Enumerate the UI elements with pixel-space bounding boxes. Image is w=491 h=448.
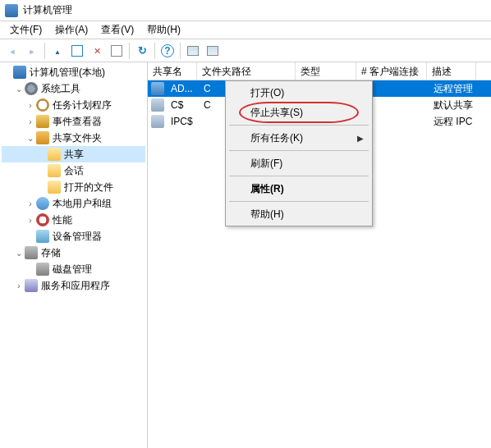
event-icon xyxy=(36,115,49,128)
sheet-icon xyxy=(71,45,83,57)
col-header-type[interactable]: 类型 xyxy=(296,62,356,80)
expander-icon[interactable]: › xyxy=(13,281,25,290)
tree-eventviewer[interactable]: ›事件查看器 xyxy=(2,113,145,130)
content-area: 计算机管理(本地) ⌄系统工具 ›任务计划程序 ›事件查看器 ⌄共享文件夹 共享… xyxy=(0,62,491,448)
tree-systools[interactable]: ⌄系统工具 xyxy=(2,80,145,97)
ctx-open[interactable]: 打开(O) xyxy=(227,83,370,103)
cell-name: AD... xyxy=(166,81,199,96)
title-bar: 计算机管理 xyxy=(0,0,491,21)
col-header-name[interactable]: 共享名 xyxy=(148,62,197,80)
ctx-label: 刷新(F) xyxy=(250,157,282,171)
window-button-1[interactable] xyxy=(184,42,202,60)
show-hide-button[interactable] xyxy=(68,42,86,60)
cell-desc: 远程 IPC xyxy=(429,113,478,130)
ctx-label: 停止共享(S) xyxy=(250,106,303,120)
tree-localusers[interactable]: ›本地用户和组 xyxy=(2,195,145,212)
ctx-label: 所有任务(K) xyxy=(250,131,303,145)
properties-icon xyxy=(111,45,122,57)
list-header: 共享名 文件夹路径 类型 # 客户端连接 描述 xyxy=(148,62,491,80)
expander-icon[interactable]: › xyxy=(25,117,36,126)
toolbar-separator xyxy=(129,43,130,59)
tree-diskmgmt[interactable]: 磁盘管理 xyxy=(2,261,145,277)
tree-label: 设备管理器 xyxy=(53,230,102,244)
tree-label: 性能 xyxy=(53,213,72,227)
tree-services[interactable]: ›服务和应用程序 xyxy=(2,277,145,294)
ctx-help[interactable]: 帮助(H) xyxy=(227,204,370,224)
share-icon xyxy=(36,131,49,144)
ctx-label: 属性(R) xyxy=(250,182,284,196)
ctx-refresh[interactable]: 刷新(F) xyxy=(227,153,370,173)
properties-button[interactable] xyxy=(108,42,126,60)
expander-icon[interactable]: › xyxy=(25,216,36,225)
tree-label: 服务和应用程序 xyxy=(41,279,110,293)
help-icon xyxy=(161,44,174,57)
chevron-right-icon: ▶ xyxy=(357,134,364,143)
menu-view[interactable]: 查看(V) xyxy=(94,21,140,39)
ctx-properties[interactable]: 属性(R) xyxy=(227,179,370,199)
col-header-path[interactable]: 文件夹路径 xyxy=(197,62,296,80)
tree-label: 存储 xyxy=(41,246,61,260)
expander-icon[interactable]: › xyxy=(25,101,36,110)
perf-icon xyxy=(36,213,49,226)
ctx-separator xyxy=(229,201,369,202)
back-button[interactable] xyxy=(3,42,21,60)
ctx-label: 帮助(H) xyxy=(250,208,284,222)
tree-sessions[interactable]: 会话 xyxy=(2,162,145,179)
tree-label: 会话 xyxy=(64,164,84,178)
tree-openfiles[interactable]: 打开的文件 xyxy=(2,179,145,195)
cell-name: IPC$ xyxy=(166,114,199,129)
tree-storage[interactable]: ⌄存储 xyxy=(2,245,145,261)
folder-icon xyxy=(48,148,61,161)
refresh-icon xyxy=(138,44,147,57)
col-header-desc[interactable]: 描述 xyxy=(427,62,476,80)
share-item-icon xyxy=(151,82,164,95)
tree-sharedfolders[interactable]: ⌄共享文件夹 xyxy=(2,130,145,146)
expander-icon[interactable]: › xyxy=(25,199,36,208)
ctx-separator xyxy=(229,150,369,151)
tree-label: 打开的文件 xyxy=(64,181,113,194)
forward-button[interactable] xyxy=(23,42,41,60)
storage-icon xyxy=(25,246,38,259)
expander-icon[interactable]: ⌄ xyxy=(25,134,36,143)
expander-icon[interactable]: ⌄ xyxy=(13,249,25,258)
menu-help[interactable]: 帮助(H) xyxy=(140,21,187,39)
window-button-2[interactable] xyxy=(204,42,222,60)
app-icon xyxy=(5,4,18,17)
tree-devmgr[interactable]: 设备管理器 xyxy=(2,228,145,245)
toolbar-separator xyxy=(180,43,181,59)
ctx-all-tasks[interactable]: 所有任务(K)▶ xyxy=(227,128,370,148)
device-icon xyxy=(36,230,49,243)
window-icon xyxy=(207,46,218,56)
tree-pane[interactable]: 计算机管理(本地) ⌄系统工具 ›任务计划程序 ›事件查看器 ⌄共享文件夹 共享… xyxy=(0,62,148,448)
tree-scheduler[interactable]: ›任务计划程序 xyxy=(2,97,145,113)
tree-label: 本地用户和组 xyxy=(53,197,112,211)
ctx-stop-share[interactable]: 停止共享(S) xyxy=(227,103,370,122)
share-item-icon xyxy=(151,115,164,128)
tree-root[interactable]: 计算机管理(本地) xyxy=(2,64,145,80)
menu-file[interactable]: 文件(F) xyxy=(3,21,48,39)
up-button[interactable] xyxy=(48,42,67,60)
cell-desc: 默认共享 xyxy=(429,97,478,114)
window-icon xyxy=(187,46,199,56)
menu-action[interactable]: 操作(A) xyxy=(48,21,94,39)
delete-button[interactable] xyxy=(88,42,106,60)
people-icon xyxy=(36,197,49,210)
tool-bar xyxy=(0,39,491,62)
col-header-clients[interactable]: # 客户端连接 xyxy=(356,62,427,80)
tree-label: 计算机管理(本地) xyxy=(30,66,105,80)
ctx-label: 打开(O) xyxy=(250,86,284,100)
refresh-button[interactable] xyxy=(133,42,151,60)
tree-shares[interactable]: 共享 xyxy=(2,146,145,162)
context-menu: 打开(O) 停止共享(S) 所有任务(K)▶ 刷新(F) 属性(R) 帮助(H) xyxy=(225,80,373,226)
tree-label: 磁盘管理 xyxy=(53,263,92,277)
tree-perf[interactable]: ›性能 xyxy=(2,212,145,228)
tree-label: 共享文件夹 xyxy=(53,131,102,145)
tree-label: 共享 xyxy=(64,148,84,162)
arrow-up-icon xyxy=(54,45,61,57)
tree-label: 事件查看器 xyxy=(53,115,102,129)
cell-name: C$ xyxy=(166,98,199,112)
help-button[interactable] xyxy=(158,42,177,60)
window-title: 计算机管理 xyxy=(23,3,72,17)
gear-icon xyxy=(25,82,38,95)
expander-icon[interactable]: ⌄ xyxy=(13,85,25,94)
